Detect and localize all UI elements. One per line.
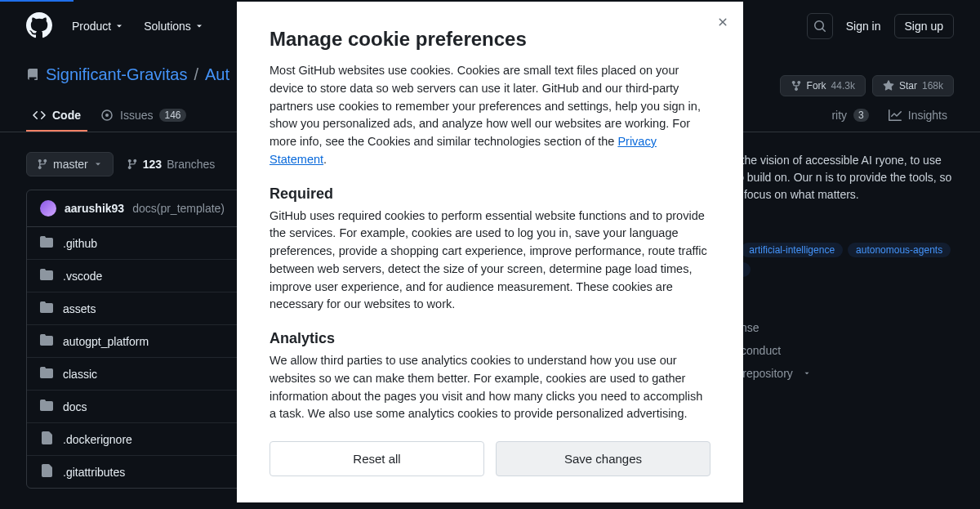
- modal-title: Manage cookie preferences: [270, 28, 710, 51]
- close-icon: [716, 16, 729, 29]
- save-changes-button[interactable]: Save changes: [496, 441, 710, 476]
- required-text: GitHub uses required cookies to perform …: [270, 208, 710, 315]
- close-button[interactable]: [714, 13, 732, 31]
- analytics-text: We allow third parties to use analytics …: [270, 352, 710, 423]
- modal-intro: Most GitHub websites use cookies. Cookie…: [270, 62, 710, 169]
- analytics-heading: Analytics: [270, 330, 710, 347]
- reset-all-button[interactable]: Reset all: [270, 441, 484, 476]
- modal-overlay: Manage cookie preferences Most GitHub we…: [0, 0, 980, 509]
- period: .: [323, 153, 327, 166]
- required-heading: Required: [270, 185, 710, 203]
- cookie-preferences-modal: Manage cookie preferences Most GitHub we…: [237, 2, 743, 502]
